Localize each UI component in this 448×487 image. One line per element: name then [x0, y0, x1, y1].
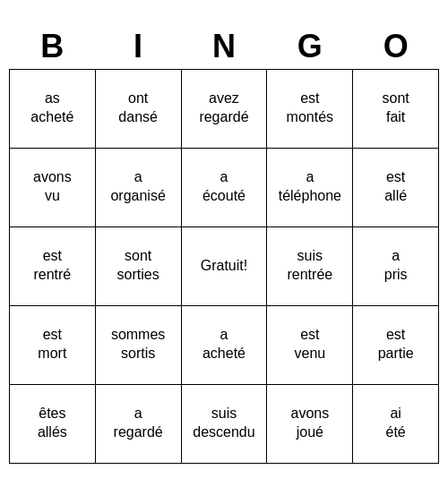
- bingo-cell-0-4: sontfait: [353, 69, 439, 148]
- bingo-cell-2-4: apris: [353, 226, 439, 305]
- bingo-cell-3-3: estvenu: [267, 305, 353, 384]
- bingo-cell-1-4: estallé: [353, 148, 439, 226]
- bingo-cell-0-1: ontdansé: [95, 69, 181, 148]
- bingo-cell-3-0: estmort: [10, 305, 96, 384]
- bingo-cell-2-3: suisrentrée: [267, 226, 353, 305]
- bingo-cell-3-1: sommessortis: [95, 305, 181, 384]
- bingo-row-1: avonsvuaorganiséaécoutéatéléphoneestallé: [10, 148, 439, 226]
- bingo-card: BINGO asachetéontdanséavezregardéestmont…: [9, 24, 439, 464]
- bingo-cell-4-0: êtesallés: [10, 384, 96, 463]
- bingo-row-4: êtesallésaregardésuisdescenduavonsjouéai…: [10, 384, 439, 463]
- bingo-cell-4-2: suisdescendu: [181, 384, 267, 463]
- bingo-cell-3-2: aacheté: [181, 305, 267, 384]
- bingo-cell-0-2: avezregardé: [181, 69, 267, 148]
- bingo-cell-2-2: Gratuit!: [181, 226, 267, 305]
- bingo-row-0: asachetéontdanséavezregardéestmontéssont…: [10, 69, 439, 148]
- bingo-cell-2-1: sontsorties: [95, 226, 181, 305]
- bingo-row-2: estrentrésontsortiesGratuit!suisrentréea…: [10, 226, 439, 305]
- bingo-cell-1-1: aorganisé: [95, 148, 181, 226]
- header-letter-o: O: [353, 24, 439, 70]
- bingo-cell-0-3: estmontés: [267, 69, 353, 148]
- bingo-row-3: estmortsommessortisaachetéestvenuestpart…: [10, 305, 439, 384]
- bingo-cell-1-0: avonsvu: [10, 148, 96, 226]
- bingo-cell-2-0: estrentré: [10, 226, 96, 305]
- bingo-cell-0-0: asacheté: [10, 69, 96, 148]
- bingo-cell-1-2: aécouté: [181, 148, 267, 226]
- bingo-cell-1-3: atéléphone: [267, 148, 353, 226]
- header-letter-n: N: [181, 24, 267, 70]
- header-letter-g: G: [267, 24, 353, 70]
- header-letter-i: I: [95, 24, 181, 70]
- bingo-cell-4-1: aregardé: [95, 384, 181, 463]
- bingo-cell-4-4: aiété: [353, 384, 439, 463]
- bingo-cell-3-4: estpartie: [353, 305, 439, 384]
- bingo-cell-4-3: avonsjoué: [267, 384, 353, 463]
- header-letter-b: B: [10, 24, 96, 70]
- bingo-header: BINGO: [10, 24, 439, 70]
